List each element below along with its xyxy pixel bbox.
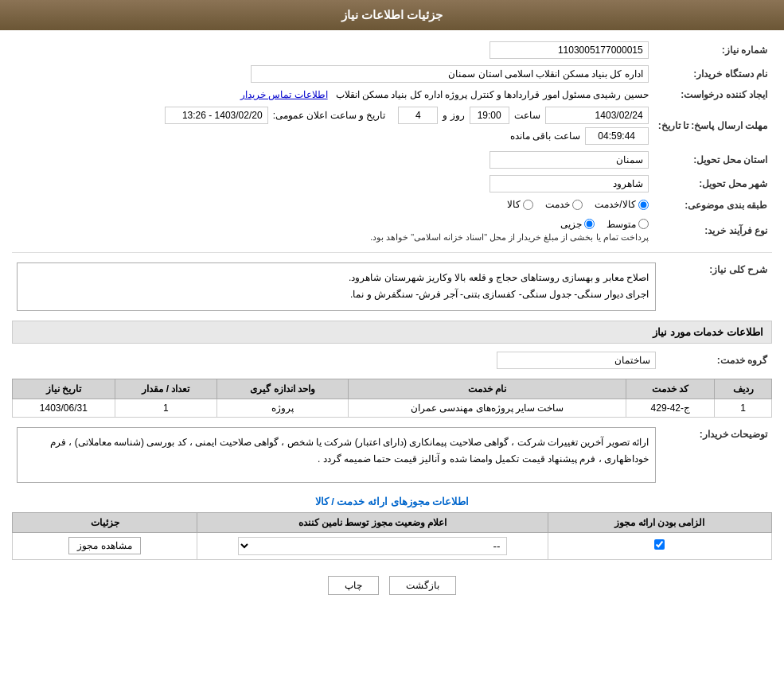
- col-service-name: نام خدمت: [348, 379, 626, 399]
- creator-text: حسین رشیدی مسئول امور قراردادها و کنترل …: [336, 89, 649, 100]
- buyer-notes-label: توضیحات خریدار:: [661, 424, 772, 486]
- permit-section-title: اطلاعات مجوزهای ارائه خدمت / کالا: [12, 496, 772, 507]
- service-group-input: ساختمان: [497, 352, 656, 369]
- creator-value: حسین رشیدی مسئول امور قراردادها و کنترل …: [12, 86, 653, 103]
- need-number-value: 1103005177000015: [77, 38, 653, 62]
- category-label-goods-service: کالا/خدمت: [595, 199, 635, 210]
- permit-col-details: جزئیات: [13, 512, 197, 532]
- purchase-type-label-minor: جزیی: [560, 219, 582, 230]
- category-radio-goods-service[interactable]: [638, 200, 649, 210]
- deadline-remaining: 04:59:44: [585, 127, 649, 145]
- permit-required-checkbox[interactable]: [654, 539, 665, 550]
- deadline-days: 4: [398, 107, 438, 124]
- permit-required-cell: [548, 532, 771, 559]
- services-section-title: اطلاعات خدمات مورد نیاز: [12, 321, 772, 344]
- back-button[interactable]: بازگشت: [389, 576, 456, 595]
- description-table: شرح کلی نیاز: اصلاح معابر و بهسازی روستا…: [12, 259, 772, 314]
- service-group-label: گروه خدمت:: [661, 348, 772, 372]
- info-table: شماره نیاز: 1103005177000015 نام دستگاه …: [12, 38, 772, 246]
- col-row-num: ردیف: [715, 379, 772, 399]
- category-option-goods[interactable]: کالا: [507, 199, 533, 210]
- deadline-label: مهلت ارسال پاسخ: تا تاریخ:: [653, 103, 772, 148]
- deadline-time: 19:00: [470, 107, 509, 124]
- province-label: استان محل تحویل:: [653, 148, 772, 172]
- category-radio-service[interactable]: [572, 200, 583, 210]
- purchase-type-options: متوسط جزیی پرداخت تمام یا بخشی از مبلغ خ…: [12, 216, 653, 246]
- category-radio-goods[interactable]: [523, 200, 533, 210]
- province-value: سمنان: [12, 148, 653, 172]
- description-line2: اجرای دیوار سنگی- جدول سنگی- کفسازی بتنی…: [24, 286, 649, 304]
- description-line1: اصلاح معابر و بهسازی روستاهای حجاج و قلع…: [24, 270, 649, 287]
- cell-date-needed: 1403/06/31: [13, 399, 115, 417]
- buyer-notes-content: ارائه تصویر آخرین تغییرات شرکت ، گواهی ص…: [12, 424, 661, 486]
- deadline-label-text: مهلت ارسال پاسخ: تا تاریخ:: [658, 120, 767, 131]
- purchase-type-label: نوع فرآیند خرید:: [653, 216, 772, 246]
- buyer-notes-table: توضیحات خریدار: ارائه تصویر آخرین تغییرا…: [12, 424, 772, 486]
- buyer-notes-box: ارائه تصویر آخرین تغییرات شرکت ، گواهی ص…: [17, 427, 656, 483]
- description-box: اصلاح معابر و بهسازی روستاهای حجاج و قلع…: [17, 262, 656, 311]
- table-row: 1 ج-42-429 ساخت سایر پروژه‌های مهندسی عم…: [13, 399, 772, 417]
- col-service-code: کد خدمت: [626, 379, 715, 399]
- deadline-days-label: روز و: [443, 110, 464, 121]
- city-label: شهر محل تحویل:: [653, 172, 772, 196]
- permit-col-required: الزامی بودن ارائه مجوز: [548, 512, 771, 532]
- buyer-org-value: اداره کل بنیاد مسکن انقلاب اسلامی استان …: [12, 62, 653, 86]
- deadline-date: 1403/02/24: [545, 107, 649, 124]
- permit-col-status: اعلام وضعیت مجوز توسط نامین کننده: [197, 512, 548, 532]
- announce-value: 1403/02/20 - 13:26: [165, 107, 268, 124]
- buyer-org-input: اداره کل بنیاد مسکن انقلاب اسلامی استان …: [251, 65, 649, 83]
- purchase-type-note: پرداخت تمام یا بخشی از مبلغ خریدار از مح…: [17, 232, 649, 243]
- purchase-type-radio-minor[interactable]: [584, 219, 595, 229]
- permit-status-cell: --: [197, 532, 548, 559]
- cell-row-num: 1: [715, 399, 772, 417]
- page-title: جزئیات اطلاعات نیاز: [341, 8, 443, 21]
- purchase-type-partial[interactable]: متوسط: [607, 219, 649, 230]
- col-date-needed: تاریخ نیاز: [13, 379, 115, 399]
- deadline-row-cell: 1403/02/24 ساعت 19:00 روز و 4 تاریخ و سا…: [12, 103, 653, 148]
- purchase-type-label-partial: متوسط: [607, 219, 636, 230]
- city-value: شاهرود: [12, 172, 653, 196]
- category-label: طبقه بندی موضوعی:: [653, 196, 772, 216]
- permit-details-cell: مشاهده مجوز: [13, 532, 197, 559]
- description-section-label: شرح کلی نیاز:: [661, 259, 772, 314]
- category-option-goods-service[interactable]: کالا/خدمت: [595, 199, 648, 210]
- buyer-org-label: نام دستگاه خریدار:: [653, 62, 772, 86]
- cell-quantity: 1: [115, 399, 217, 417]
- services-table: ردیف کد خدمت نام خدمت واحد اندازه گیری ت…: [12, 379, 772, 418]
- creator-contact-link[interactable]: اطلاعات تماس خریدار: [240, 89, 328, 100]
- province-input: سمنان: [490, 151, 649, 169]
- bottom-buttons: بازگشت چاپ: [12, 572, 772, 599]
- page-header: جزئیات اطلاعات نیاز: [0, 0, 784, 30]
- category-option-service[interactable]: خدمت: [545, 199, 583, 210]
- deadline-time-label: ساعت: [514, 110, 540, 121]
- service-group-table: گروه خدمت: ساختمان: [12, 348, 772, 372]
- category-label-goods: کالا: [507, 199, 521, 210]
- description-content: اصلاح معابر و بهسازی روستاهای حجاج و قلع…: [12, 259, 661, 314]
- city-input: شاهرود: [490, 175, 649, 192]
- purchase-type-radio-partial[interactable]: [638, 219, 649, 229]
- category-label-service: خدمت: [545, 199, 570, 210]
- col-quantity: تعداد / مقدار: [115, 379, 217, 399]
- permit-row: -- مشاهده مجوز: [13, 532, 772, 559]
- deadline-remaining-label: ساعت باقی مانده: [510, 130, 580, 142]
- permit-table: الزامی بودن ارائه مجوز اعلام وضعیت مجوز …: [12, 512, 772, 560]
- cell-service-code: ج-42-429: [626, 399, 715, 417]
- permit-status-select[interactable]: --: [238, 537, 508, 555]
- print-button[interactable]: چاپ: [328, 576, 379, 595]
- announce-label: تاریخ و ساعت اعلان عمومی:: [273, 110, 386, 121]
- need-number-label: شماره نیاز:: [653, 38, 772, 62]
- cell-unit: پروژه: [217, 399, 349, 417]
- cell-service-name: ساخت سایر پروژه‌های مهندسی عمران: [348, 399, 626, 417]
- permit-view-button[interactable]: مشاهده مجوز: [68, 537, 140, 554]
- service-group-value: ساختمان: [12, 348, 661, 372]
- purchase-type-minor[interactable]: جزیی: [560, 219, 595, 230]
- category-options: کالا/خدمت خدمت کالا: [12, 196, 653, 216]
- creator-label: ایجاد کننده درخواست:: [653, 86, 772, 103]
- col-unit: واحد اندازه گیری: [217, 379, 349, 399]
- need-number-input: 1103005177000015: [490, 41, 649, 59]
